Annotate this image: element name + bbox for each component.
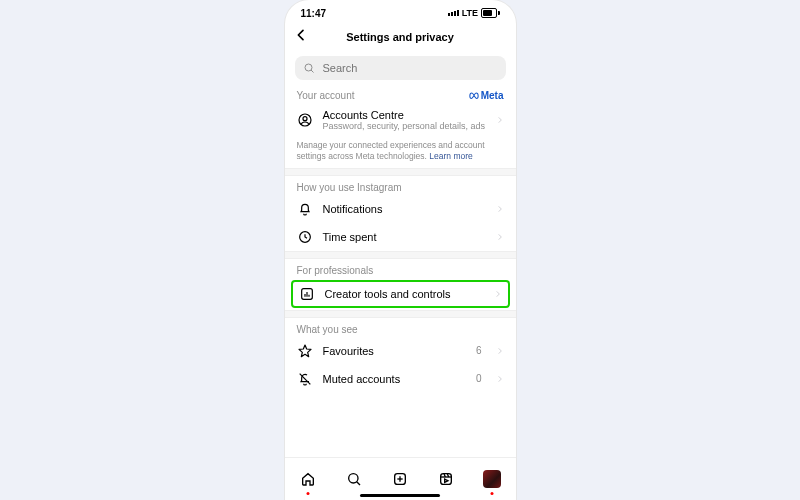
muted-accounts-count: 0	[476, 373, 482, 384]
row-favourites[interactable]: Favourites 6	[285, 337, 516, 365]
chevron-left-icon	[293, 27, 309, 43]
section-header-use: How you use Instagram	[297, 182, 402, 193]
section-header-account: Your account	[297, 90, 355, 101]
phone-frame: 11:47 LTE Settings and privacy	[285, 0, 516, 500]
time-spent-label: Time spent	[323, 231, 486, 243]
row-accounts-centre[interactable]: Accounts Centre Password, security, pers…	[285, 103, 516, 138]
battery-icon	[481, 8, 500, 18]
search-icon	[346, 471, 362, 487]
chevron-right-icon	[496, 114, 504, 126]
bar-chart-icon	[299, 286, 315, 302]
row-notifications[interactable]: Notifications	[285, 195, 516, 223]
favourites-label: Favourites	[323, 345, 466, 357]
meta-brand: Meta	[469, 90, 504, 101]
avatar	[483, 470, 501, 488]
star-icon	[297, 343, 313, 359]
tab-bar	[285, 457, 516, 500]
tab-home[interactable]	[293, 464, 323, 494]
account-note: Manage your connected experiences and ac…	[285, 138, 516, 168]
bell-off-icon	[297, 371, 313, 387]
signal-icon	[448, 10, 459, 16]
chevron-right-icon	[496, 231, 504, 243]
svg-marker-9	[299, 345, 311, 357]
home-indicator	[360, 494, 440, 497]
plus-square-icon	[392, 471, 408, 487]
chevron-right-icon	[496, 373, 504, 385]
svg-point-0	[305, 64, 312, 71]
home-icon	[300, 471, 316, 487]
chevron-right-icon	[494, 288, 502, 300]
search-input[interactable]	[321, 61, 498, 75]
svg-line-1	[311, 70, 314, 73]
section-header-see: What you see	[297, 324, 358, 335]
user-circle-icon	[297, 112, 313, 128]
divider	[285, 310, 516, 318]
notifications-label: Notifications	[323, 203, 486, 215]
accounts-centre-sub: Password, security, personal details, ad…	[323, 121, 486, 132]
status-time: 11:47	[301, 8, 327, 19]
clock-icon	[297, 229, 313, 245]
notification-dot	[491, 492, 494, 495]
divider	[285, 168, 516, 176]
notification-dot	[306, 492, 309, 495]
svg-point-11	[348, 474, 357, 483]
row-muted-accounts[interactable]: Muted accounts 0	[285, 365, 516, 393]
chevron-right-icon	[496, 203, 504, 215]
tab-profile[interactable]	[477, 464, 507, 494]
page-header: Settings and privacy	[285, 22, 516, 52]
creator-tools-label: Creator tools and controls	[325, 288, 484, 300]
svg-marker-20	[445, 479, 448, 482]
svg-line-12	[356, 482, 359, 485]
accounts-centre-label: Accounts Centre	[323, 109, 486, 121]
search-icon	[303, 62, 315, 74]
search-field[interactable]	[295, 56, 506, 80]
reels-icon	[438, 471, 454, 487]
meta-logo-icon	[469, 91, 479, 101]
chevron-right-icon	[496, 345, 504, 357]
divider	[285, 251, 516, 259]
status-network: LTE	[462, 8, 478, 18]
back-button[interactable]	[293, 27, 309, 47]
tab-create[interactable]	[385, 464, 415, 494]
status-bar: 11:47 LTE	[285, 0, 516, 22]
section-header-pro: For professionals	[297, 265, 374, 276]
tab-search[interactable]	[339, 464, 369, 494]
muted-accounts-label: Muted accounts	[323, 373, 466, 385]
row-time-spent[interactable]: Time spent	[285, 223, 516, 251]
favourites-count: 6	[476, 345, 482, 356]
row-creator-tools[interactable]: Creator tools and controls	[291, 280, 510, 308]
learn-more-link[interactable]: Learn more	[429, 151, 472, 161]
svg-point-3	[303, 117, 307, 121]
bell-icon	[297, 201, 313, 217]
page-title: Settings and privacy	[285, 31, 516, 43]
tab-reels[interactable]	[431, 464, 461, 494]
